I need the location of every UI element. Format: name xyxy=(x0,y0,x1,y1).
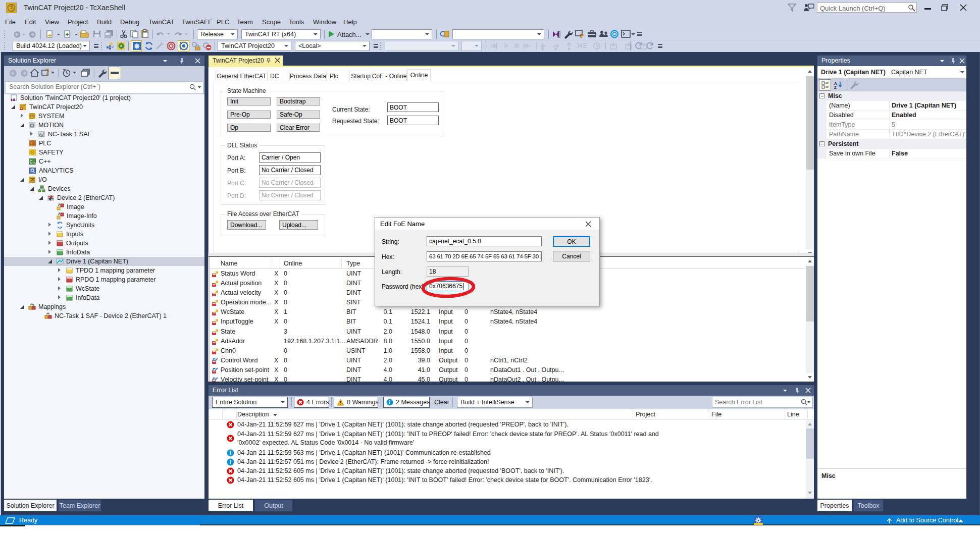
svg-text:Z: Z xyxy=(834,85,837,89)
